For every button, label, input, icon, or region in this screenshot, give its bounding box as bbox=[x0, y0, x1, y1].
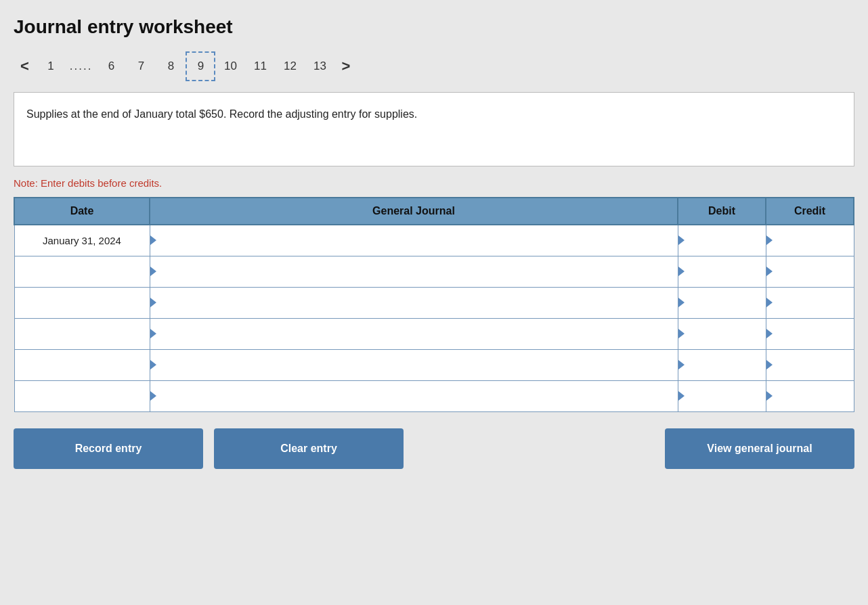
date-cell-2 bbox=[14, 287, 150, 318]
cell-arrow-icon bbox=[150, 298, 156, 307]
table-row bbox=[14, 380, 854, 411]
gj-input-0[interactable] bbox=[150, 225, 678, 256]
date-cell-0: January 31, 2024 bbox=[14, 225, 150, 256]
cell-arrow-icon bbox=[766, 267, 773, 276]
page-8[interactable]: 8 bbox=[156, 51, 186, 81]
debit-cell-4[interactable] bbox=[678, 349, 766, 380]
next-arrow[interactable]: > bbox=[334, 58, 357, 75]
cell-arrow-icon bbox=[678, 236, 685, 245]
table-row bbox=[14, 318, 854, 349]
debit-input-3[interactable] bbox=[678, 319, 766, 349]
debit-input-5[interactable] bbox=[678, 381, 766, 411]
credit-cell-4[interactable] bbox=[766, 349, 854, 380]
cell-arrow-icon bbox=[150, 329, 156, 338]
date-cell-4 bbox=[14, 349, 150, 380]
page-12[interactable]: 12 bbox=[275, 51, 305, 81]
credit-input-1[interactable] bbox=[766, 256, 854, 287]
cell-arrow-icon bbox=[766, 329, 773, 338]
gj-cell-0[interactable] bbox=[150, 225, 678, 256]
debit-cell-2[interactable] bbox=[678, 287, 766, 318]
page-10[interactable]: 10 bbox=[215, 51, 245, 81]
table-row bbox=[14, 349, 854, 380]
gj-input-5[interactable] bbox=[150, 381, 678, 411]
cell-arrow-icon bbox=[678, 360, 685, 369]
gj-input-2[interactable] bbox=[150, 288, 678, 318]
cell-arrow-icon bbox=[766, 360, 773, 369]
table-row bbox=[14, 287, 854, 318]
gj-cell-2[interactable] bbox=[150, 287, 678, 318]
gj-input-3[interactable] bbox=[150, 319, 678, 349]
cell-arrow-icon bbox=[766, 298, 773, 307]
credit-cell-2[interactable] bbox=[766, 287, 854, 318]
table-row bbox=[14, 256, 854, 287]
debit-cell-1[interactable] bbox=[678, 256, 766, 287]
date-cell-1 bbox=[14, 256, 150, 287]
debit-input-0[interactable] bbox=[678, 225, 766, 256]
cell-arrow-icon bbox=[150, 267, 156, 276]
page-title: Journal entry worksheet bbox=[14, 16, 854, 38]
cell-arrow-icon bbox=[766, 391, 773, 401]
note-text: Note: Enter debits before credits. bbox=[14, 177, 854, 189]
page-1[interactable]: 1 bbox=[36, 51, 66, 81]
gj-input-4[interactable] bbox=[150, 350, 678, 380]
gj-cell-3[interactable] bbox=[150, 318, 678, 349]
clear-entry-button[interactable]: Clear entry bbox=[214, 428, 404, 469]
credit-cell-1[interactable] bbox=[766, 256, 854, 287]
prev-arrow[interactable]: < bbox=[14, 58, 36, 75]
credit-cell-5[interactable] bbox=[766, 380, 854, 411]
header-credit: Credit bbox=[766, 198, 854, 225]
record-entry-button[interactable]: Record entry bbox=[14, 428, 203, 469]
page-11[interactable]: 11 bbox=[245, 51, 275, 81]
debit-input-4[interactable] bbox=[678, 350, 766, 380]
pagination: < 1 ..... 6 7 8 9 10 11 12 13 > bbox=[14, 51, 854, 81]
cell-arrow-icon bbox=[678, 298, 685, 307]
description-text: Supplies at the end of January total $65… bbox=[26, 108, 417, 120]
credit-input-4[interactable] bbox=[766, 350, 854, 380]
credit-cell-0[interactable] bbox=[766, 225, 854, 256]
cell-arrow-icon bbox=[150, 360, 156, 369]
cell-arrow-icon bbox=[678, 329, 685, 338]
debit-cell-5[interactable] bbox=[678, 380, 766, 411]
date-cell-3 bbox=[14, 318, 150, 349]
debit-cell-0[interactable] bbox=[678, 225, 766, 256]
page-7[interactable]: 7 bbox=[126, 51, 156, 81]
gj-cell-4[interactable] bbox=[150, 349, 678, 380]
debit-input-2[interactable] bbox=[678, 288, 766, 318]
description-box: Supplies at the end of January total $65… bbox=[14, 92, 854, 166]
table-row: January 31, 2024 bbox=[14, 225, 854, 256]
cell-arrow-icon bbox=[150, 236, 156, 245]
gj-input-1[interactable] bbox=[150, 256, 678, 287]
cell-arrow-icon bbox=[678, 391, 685, 401]
page-6[interactable]: 6 bbox=[96, 51, 126, 81]
cell-arrow-icon bbox=[678, 267, 685, 276]
credit-input-0[interactable] bbox=[766, 225, 854, 256]
credit-input-3[interactable] bbox=[766, 319, 854, 349]
credit-input-2[interactable] bbox=[766, 288, 854, 318]
view-general-journal-button[interactable]: View general journal bbox=[665, 428, 854, 469]
header-gj: General Journal bbox=[150, 198, 678, 225]
credit-input-5[interactable] bbox=[766, 381, 854, 411]
header-date: Date bbox=[14, 198, 150, 225]
cell-arrow-icon bbox=[150, 391, 156, 401]
page-13[interactable]: 13 bbox=[305, 51, 334, 81]
ellipsis: ..... bbox=[66, 60, 97, 73]
journal-table: Date General Journal Debit Credit Januar… bbox=[14, 197, 854, 412]
header-debit: Debit bbox=[678, 198, 766, 225]
gj-cell-5[interactable] bbox=[150, 380, 678, 411]
credit-cell-3[interactable] bbox=[766, 318, 854, 349]
date-cell-5 bbox=[14, 380, 150, 411]
debit-cell-3[interactable] bbox=[678, 318, 766, 349]
buttons-row: Record entry Clear entry View general jo… bbox=[14, 428, 854, 469]
gj-cell-1[interactable] bbox=[150, 256, 678, 287]
cell-arrow-icon bbox=[766, 236, 773, 245]
page-9[interactable]: 9 bbox=[186, 51, 215, 81]
debit-input-1[interactable] bbox=[678, 256, 766, 287]
